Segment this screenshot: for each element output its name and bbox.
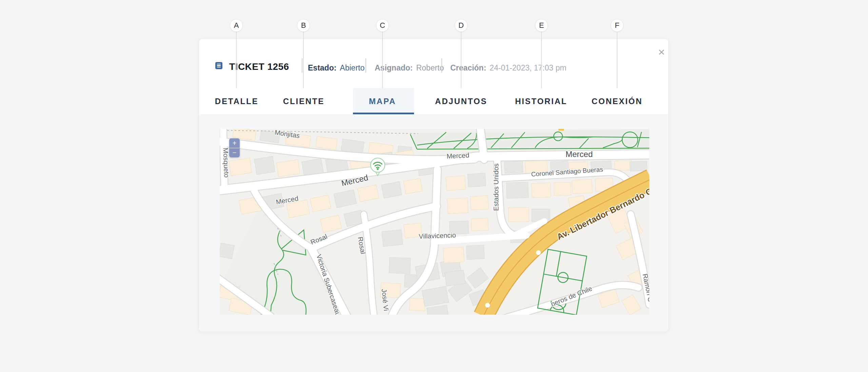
street-label: Estados Unidos [492,163,500,211]
callout-marker-f: F [611,19,624,32]
callout-marker-e: E [535,19,548,32]
assignee-value: Roberto [416,63,444,73]
wifi-icon-dot [377,168,379,170]
ticket-created-field: Creación: 24-01-2023, 17:03 pm [450,63,566,73]
created-label: Creación: [450,63,486,73]
close-icon[interactable]: × [655,45,668,59]
callout-line-f [617,32,617,88]
callout-line-d [461,32,461,88]
tab-historial[interactable]: HISTORIAL [515,88,567,114]
callout-line-c [382,32,383,88]
tab-content-area: Monjitas Mosqueto Merced Merced Merced M… [199,114,668,332]
page-background: A B C D E F × TICKET 1256 Estado: Abiert… [0,0,868,372]
callout-marker-d: D [455,19,468,32]
status-label: Estado: [308,63,336,73]
zoom-in-button[interactable]: + [229,138,240,148]
callout-marker-b: B [297,19,310,32]
tab-conexion[interactable]: CONEXIÓN [592,88,643,114]
callout-line-a [236,32,237,88]
map-svg: Monjitas Mosqueto Merced Merced Merced M… [220,129,649,315]
tab-detalle[interactable]: DETALLE [215,88,258,114]
callout-marker-a: A [230,19,243,32]
header-divider [441,58,442,73]
callout-line-e [541,32,542,88]
street-label: Merced [447,151,470,160]
map-zoom-control: + − [229,138,240,157]
callout-marker-c: C [376,19,389,32]
tab-mapa[interactable]: MAPA [369,88,396,114]
created-value: 24-01-2023, 17:03 pm [490,63,566,73]
map-canvas[interactable]: Monjitas Mosqueto Merced Merced Merced M… [220,129,649,315]
header-divider [366,58,366,73]
status-value: Abierto [340,63,364,73]
callout-line-b [303,32,304,88]
tab-adjuntos[interactable]: ADJUNTOS [435,88,487,114]
ticket-modal: × TICKET 1256 Estado: Abierto Asignado: … [199,39,669,332]
ticket-assignee-field: Asignado: Roberto [375,63,444,73]
road-dot [485,303,490,308]
tab-cliente[interactable]: CLIENTE [283,88,324,114]
assignee-label: Asignado: [375,63,413,73]
ticket-status-field: Estado: Abierto [308,63,364,73]
zoom-out-button[interactable]: − [229,148,240,157]
street-label: Merced [566,150,593,159]
ticket-title: TICKET 1256 [229,61,289,72]
ticket-list-icon [215,62,222,69]
road-dot [536,250,541,255]
street-label: Villavicencio [419,231,456,240]
map-top-road-tick [558,129,564,131]
header-divider [302,58,302,73]
